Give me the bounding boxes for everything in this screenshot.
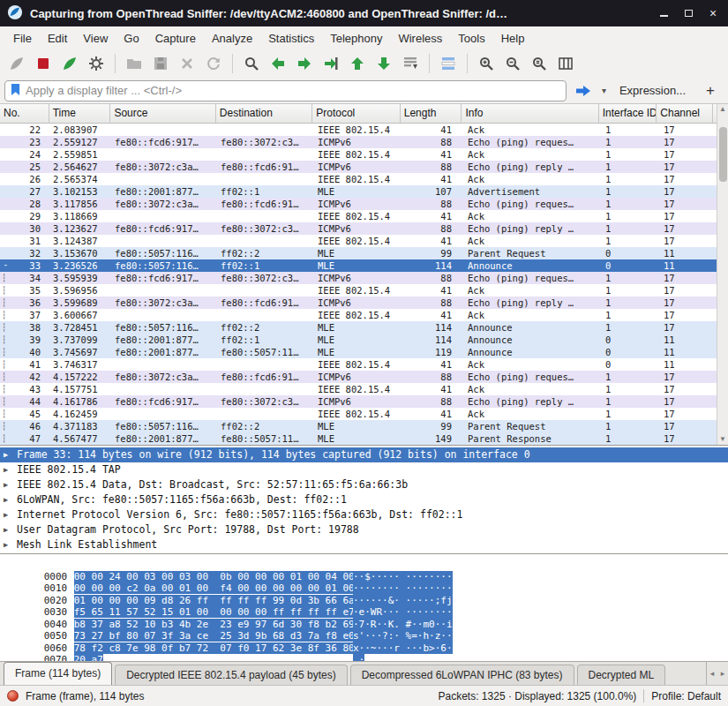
auto-scroll-icon[interactable] [398, 52, 423, 75]
minimize-icon[interactable] [656, 6, 672, 20]
menu-item[interactable]: Statistics [260, 29, 322, 48]
menu-item[interactable]: Edit [40, 29, 75, 48]
packet-row[interactable]: 29 3.118669 IEEE 802.15.4 41 Ack 1 17 [0, 210, 717, 222]
packet-row[interactable]: ┆47 4.567477 fe80::2001:877… fe80::5057:… [0, 432, 717, 445]
packet-row[interactable]: 27 3.102153 fe80::2001:877… ff02::1 MLE … [0, 185, 717, 198]
detail-line[interactable]: ▶IEEE 802.15.4 Data, Dst: Broadcast, Src… [0, 477, 728, 492]
status-profile[interactable]: Profile: Default [651, 690, 721, 702]
packet-row[interactable]: ╶33 3.236526 fe80::5057:116… ff02::1 MLE… [0, 259, 717, 272]
packet-row[interactable]: ┆34 3.595939 fe80::fcd6:917… fe80::3072:… [0, 272, 717, 284]
stop-capture-icon[interactable] [31, 52, 56, 75]
packet-row[interactable]: ┆40 3.745697 fe80::2001:877… fe80::5057:… [0, 346, 717, 358]
expression-button[interactable]: Expression... [612, 84, 693, 97]
expand-arrow-icon[interactable]: ▶ [4, 492, 17, 507]
detail-line[interactable]: ▶IEEE 802.15.4 TAP [0, 462, 728, 477]
column-header[interactable]: No. [0, 104, 49, 123]
hex-line[interactable]: 007020 a7 · [0, 642, 728, 655]
packet-row[interactable]: ┆44 4.161786 fe80::fcd6:917… fe80::3072:… [0, 395, 717, 408]
packet-row[interactable]: ┆38 3.728451 fe80::5057:116… ff02::2 MLE… [0, 321, 717, 334]
detail-line[interactable]: ▶6LoWPAN, Src: fe80::5057:1165:f56a:663b… [0, 492, 728, 507]
find-packet-icon[interactable] [239, 52, 264, 75]
zoom-out-icon[interactable] [500, 52, 525, 75]
go-to-packet-icon[interactable] [319, 52, 343, 75]
packet-row[interactable]: ┆42 4.157222 fe80::3072:c3a… fe80::fcd6:… [0, 371, 717, 383]
hex-line[interactable]: 005073 27 bf 80 07 3f 3a ce 25 3d 9b 68 … [0, 619, 728, 631]
hex-line[interactable]: 0030f5 65 11 57 52 15 01 00 00 00 00 ff … [0, 595, 728, 607]
packet-row[interactable]: 23 2.559127 fe80::fcd6:917… fe80::3072:c… [0, 136, 717, 148]
hex-ascii[interactable]: · [353, 654, 364, 661]
restart-capture-icon[interactable] [57, 52, 82, 75]
go-first-icon[interactable] [345, 52, 370, 75]
go-back-icon[interactable] [266, 52, 290, 75]
packet-row[interactable]: ┆43 4.157751 IEEE 802.15.4 41 Ack 1 17 [0, 383, 717, 395]
packet-row[interactable]: 24 2.559851 IEEE 802.15.4 41 Ack 1 17 [0, 148, 717, 161]
tab-scroll-control[interactable]: ◂ ▸ [706, 662, 728, 685]
expand-arrow-icon[interactable]: ▶ [4, 447, 17, 462]
zoom-original-icon[interactable] [527, 52, 552, 75]
hex-line[interactable]: 006078 f2 c8 7e 98 0f b7 72 07 f0 17 62 … [0, 630, 728, 642]
menu-item[interactable]: File [5, 29, 40, 48]
bytes-pane-tab[interactable]: Frame (114 bytes) [4, 662, 112, 685]
menu-item[interactable]: Wireless [390, 29, 450, 48]
packet-row[interactable]: 22 2.083907 IEEE 802.15.4 41 Ack 1 17 [0, 124, 717, 136]
scrollbar-up-icon[interactable]: ▲ [717, 104, 728, 115]
detail-line[interactable]: ▶Frame 33: 114 bytes on wire (912 bits),… [0, 447, 728, 462]
packet-row[interactable]: 28 3.117856 fe80::3072:c3a… fe80::fcd6:9… [0, 198, 717, 210]
menu-item[interactable]: Capture [147, 29, 204, 48]
hex-line[interactable]: 002001 00 00 00 09 d8 26 ff ff ff ff 99 … [0, 582, 728, 595]
hex-line[interactable]: 0040b8 37 a8 52 10 b3 4b 2e 23 e9 97 6d … [0, 606, 728, 619]
close-icon[interactable]: × [705, 6, 721, 20]
bytes-pane-tab[interactable]: Decompressed 6LoWPAN IPHC (83 bytes) [350, 665, 574, 685]
expand-arrow-icon[interactable]: ▶ [4, 507, 17, 522]
add-filter-button[interactable]: + [697, 82, 724, 100]
detail-line[interactable]: ▶Internet Protocol Version 6, Src: fe80:… [0, 507, 728, 522]
expand-arrow-icon[interactable]: ▶ [4, 462, 17, 477]
scrollbar-thumb[interactable] [719, 127, 727, 182]
detail-line[interactable]: ▶Mesh Link Establishment [0, 537, 728, 552]
packet-row[interactable]: 26 2.565374 IEEE 802.15.4 41 Ack 1 17 [0, 173, 717, 185]
hex-line[interactable]: 000000 00 24 00 03 00 03 00 0b 00 00 00 … [0, 559, 728, 571]
filter-history-caret-icon[interactable]: ▾ [600, 86, 608, 95]
packet-row[interactable]: ┆46 4.371183 fe80::5057:116… ff02::2 MLE… [0, 420, 717, 432]
menu-item[interactable]: Telephony [322, 29, 390, 48]
column-header[interactable]: Info [462, 104, 598, 123]
expert-info-icon[interactable] [7, 690, 19, 702]
packet-row[interactable]: 30 3.123627 fe80::fcd6:917… fe80::3072:c… [0, 222, 717, 235]
bookmark-icon[interactable] [11, 83, 20, 99]
resize-columns-icon[interactable] [553, 52, 578, 75]
menu-item[interactable]: View [75, 29, 116, 48]
column-header[interactable]: Length [401, 104, 462, 123]
packet-row[interactable]: ┆39 3.737099 fe80::2001:877… ff02::1 MLE… [0, 334, 717, 346]
packet-row[interactable]: 25 2.564627 fe80::3072:c3a… fe80::fcd6:9… [0, 161, 717, 173]
maximize-icon[interactable] [680, 6, 696, 20]
go-last-icon[interactable] [372, 52, 396, 75]
packet-row[interactable]: ┆35 3.596956 IEEE 802.15.4 41 Ack 1 17 [0, 284, 717, 297]
zoom-in-icon[interactable] [474, 52, 499, 75]
capture-options-icon[interactable] [84, 52, 109, 75]
menu-item[interactable]: Tools [450, 29, 492, 48]
detail-line[interactable]: ▶User Datagram Protocol, Src Port: 19788… [0, 522, 728, 537]
hex-bytes[interactable]: 20 a7 [74, 654, 103, 661]
column-header[interactable]: Channel [657, 104, 713, 123]
colorize-icon[interactable] [436, 52, 461, 75]
expand-arrow-icon[interactable]: ▶ [4, 537, 17, 552]
tab-scroll-right-icon[interactable]: ▸ [717, 669, 728, 678]
menu-item[interactable]: Help [493, 29, 533, 48]
packet-row[interactable]: ┆45 4.162459 IEEE 802.15.4 41 Ack 1 17 [0, 408, 717, 420]
column-header[interactable]: Destination [216, 104, 312, 123]
packet-row[interactable]: ┆36 3.599689 fe80::3072:c3a… fe80::fcd6:… [0, 297, 717, 309]
packet-row[interactable]: 31 3.124387 IEEE 802.15.4 41 Ack 1 17 [0, 235, 717, 247]
packet-row[interactable]: ┆37 3.600667 IEEE 802.15.4 41 Ack 1 17 [0, 309, 717, 321]
tab-scroll-left-icon[interactable]: ◂ [707, 669, 717, 678]
column-header[interactable]: Interface ID [599, 104, 657, 123]
apply-filter-button[interactable] [571, 80, 596, 101]
menu-item[interactable]: Analyze [204, 29, 260, 48]
hex-line[interactable]: 001000 00 00 c2 0a 00 01 00 f4 00 00 00 … [0, 571, 728, 583]
display-filter-input[interactable]: Apply a display filter ... <Ctrl-/> [4, 80, 567, 101]
go-forward-icon[interactable] [292, 52, 317, 75]
packet-row[interactable]: 32 3.153670 fe80::5057:116… ff02::2 MLE … [0, 247, 717, 259]
expand-arrow-icon[interactable]: ▶ [4, 477, 17, 492]
column-header[interactable]: Protocol [312, 104, 401, 123]
expand-arrow-icon[interactable]: ▶ [4, 522, 17, 537]
packet-row[interactable]: ┆41 3.746317 IEEE 802.15.4 41 Ack 0 11 [0, 358, 717, 371]
